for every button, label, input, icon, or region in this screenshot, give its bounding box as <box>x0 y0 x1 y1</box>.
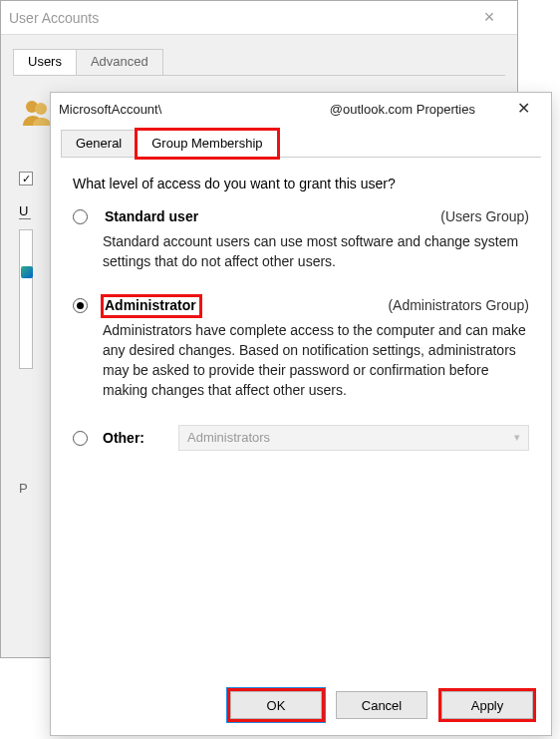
other-label: Other: <box>103 430 174 446</box>
radio-administrator[interactable] <box>73 298 88 313</box>
administrator-group: (Administrators Group) <box>388 296 529 313</box>
chevron-down-icon: ▾ <box>514 431 520 444</box>
checkbox-icon[interactable]: ✓ <box>19 172 33 185</box>
dialog-buttons: OK Cancel Apply <box>51 681 551 735</box>
administrator-description: Administrators have complete access to t… <box>103 320 529 401</box>
svg-point-1 <box>35 103 47 115</box>
title-account-prefix: MicrosoftAccount\ <box>59 102 161 117</box>
administrator-label: Administrator <box>103 296 200 316</box>
option-administrator: Administrator (Administrators Group) Adm… <box>73 296 529 417</box>
option-standard-user: Standard user (Users Group) Standard acc… <box>73 207 529 288</box>
users-section-label: U <box>19 203 31 219</box>
apply-button[interactable]: Apply <box>441 691 533 719</box>
users-icon <box>19 96 53 130</box>
tab-users[interactable]: Users <box>13 49 77 75</box>
child-titlebar: MicrosoftAccount\ @outlook.com Propertie… <box>51 93 551 123</box>
child-tabs: General Group Membership <box>61 129 541 158</box>
user-properties-dialog: MicrosoftAccount\ @outlook.com Propertie… <box>50 92 552 736</box>
standard-user-description: Standard account users can use most soft… <box>103 231 529 272</box>
standard-user-label: Standard user <box>103 207 202 227</box>
parent-titlebar: User Accounts × <box>1 1 517 35</box>
access-prompt: What level of access do you want to gran… <box>73 176 529 191</box>
tab-advanced[interactable]: Advanced <box>76 49 163 75</box>
parent-title: User Accounts <box>9 10 99 26</box>
title-account-suffix: @outlook.com Properties <box>330 102 475 117</box>
tab-group-membership[interactable]: Group Membership <box>137 130 277 158</box>
other-group-select: Administrators ▾ <box>178 425 529 451</box>
standard-user-group: (Users Group) <box>440 207 529 224</box>
close-icon[interactable]: ✕ <box>503 95 543 123</box>
radio-other[interactable] <box>73 431 88 446</box>
tab-general[interactable]: General <box>61 130 137 158</box>
radio-standard-user[interactable] <box>73 209 88 224</box>
close-icon[interactable]: × <box>469 7 509 28</box>
user-item-icon <box>21 266 33 278</box>
other-group-value: Administrators <box>187 430 270 445</box>
group-membership-panel: What level of access do you want to gran… <box>51 158 551 681</box>
ok-button[interactable]: OK <box>230 691 322 719</box>
users-listbox[interactable] <box>19 229 33 369</box>
parent-tabs: Users Advanced <box>13 49 505 76</box>
option-other: Other: Administrators ▾ <box>73 425 529 451</box>
cancel-button[interactable]: Cancel <box>336 691 427 719</box>
